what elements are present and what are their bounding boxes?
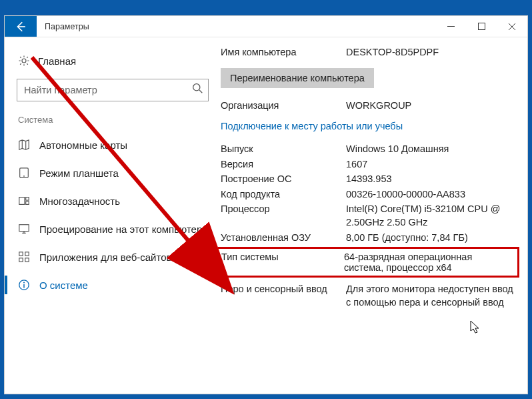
sidebar-item-label: Многозадачность [39,195,120,207]
sidebar: Главная Система Автономные карты Режим п… [5,37,218,394]
pen-touch-value: Для этого монитора недоступен ввод с пом… [346,283,514,309]
apps-icon [18,251,30,263]
organization-value: WORKGROUP [346,99,514,113]
connect-work-link[interactable]: Подключение к месту работы или учебы [221,114,514,141]
edition-value: Windows 10 Домашняя [346,143,514,156]
sidebar-item-label: Режим планшета [39,167,119,179]
organization-label: Организация [221,99,346,113]
window-controls [435,16,527,37]
multitask-icon [18,195,30,207]
organization-row: Организация WORKGROUP [221,99,514,113]
svg-rect-4 [19,197,25,205]
svg-rect-10 [19,258,23,262]
computer-name-label: Имя компьютера [221,46,346,59]
svg-rect-5 [26,197,29,201]
svg-rect-7 [19,225,29,232]
window-title: Параметры [37,16,97,37]
sidebar-home-label: Главная [38,55,76,67]
svg-rect-9 [25,252,29,256]
system-type-label: Тип системы [221,252,344,273]
svg-rect-0 [478,23,485,30]
sidebar-item-label: Проецирование на этот компьютер [39,224,202,235]
build-row: Построение ОС 14393.953 [221,173,514,186]
svg-point-13 [23,282,25,283]
tablet-icon [18,167,30,179]
ram-label: Установленная ОЗУ [221,232,346,245]
svg-rect-6 [26,202,29,205]
close-button[interactable] [497,16,527,37]
back-button[interactable] [5,16,37,37]
svg-rect-11 [25,258,29,262]
map-icon [18,139,30,151]
sidebar-item-label: Приложения для веб-сайтов [39,252,172,263]
search-input[interactable] [17,79,209,101]
window-body: Главная Система Автономные карты Режим п… [5,37,527,394]
sidebar-item-offline-maps[interactable]: Автономные карты [14,131,215,158]
sidebar-item-tablet-mode[interactable]: Режим планшета [14,159,215,186]
product-id-row: Код продукта 00326-10000-00000-AA833 [221,188,514,202]
version-value: 1607 [346,158,514,171]
processor-row: Процессор Intel(R) Core(TM) i5-3210M CPU… [221,203,514,229]
settings-window: Параметры Главная Система Автономные к [4,15,528,394]
pen-touch-row: Перо и сенсорный ввод Для этого монитора… [221,283,514,309]
sidebar-item-label: О системе [39,280,88,291]
sidebar-item-about[interactable]: О системе [14,272,215,298]
computer-name-value: DESKTOP-8D5PDPF [346,46,514,59]
version-row: Версия 1607 [221,158,514,171]
product-id-label: Код продукта [221,188,346,202]
titlebar: Параметры [5,16,527,37]
sidebar-item-projecting[interactable]: Проецирование на этот компьютер [14,216,215,242]
svg-point-3 [23,175,25,177]
pen-touch-label: Перо и сенсорный ввод [221,283,346,309]
system-type-value: 64-разрядная операционная система, проце… [344,252,513,273]
sidebar-section-label: Система [14,112,215,130]
processor-label: Процессор [221,203,346,229]
maximize-icon [478,23,485,30]
version-label: Версия [221,158,346,171]
build-value: 14393.953 [346,173,514,186]
search-icon[interactable] [192,83,203,97]
edition-row: Выпуск Windows 10 Домашняя [221,143,514,156]
info-icon [18,279,30,291]
gear-icon [18,55,30,67]
svg-point-1 [193,84,200,91]
minimize-button[interactable] [435,16,466,37]
minimize-icon [447,23,455,30]
sidebar-home[interactable]: Главная [14,48,215,73]
sidebar-item-apps-for-websites[interactable]: Приложения для веб-сайтов [14,244,215,270]
svg-rect-8 [19,252,23,256]
product-id-value: 00326-10000-00000-AA833 [346,188,514,202]
mouse-cursor-icon [470,320,482,335]
content-pane: Имя компьютера DESKTOP-8D5PDPF Переимено… [218,37,527,394]
sidebar-item-multitasking[interactable]: Многозадачность [14,187,215,214]
ram-value: 8,00 ГБ (доступно: 7,84 ГБ) [346,232,514,245]
project-icon [18,223,30,235]
system-type-row-highlighted: Тип системы 64-разрядная операционная си… [218,247,519,278]
arrow-left-icon [15,21,27,33]
build-label: Построение ОС [221,173,346,186]
rename-computer-button[interactable]: Переименование компьютера [221,68,374,88]
maximize-button[interactable] [466,16,497,37]
computer-name-row: Имя компьютера DESKTOP-8D5PDPF [221,46,514,59]
edition-label: Выпуск [221,143,346,156]
processor-value: Intel(R) Core(TM) i5-3210M CPU @ 2.50GHz… [346,203,514,229]
close-icon [508,23,516,31]
search-container [17,79,209,101]
sidebar-item-label: Автономные карты [39,139,127,151]
ram-row: Установленная ОЗУ 8,00 ГБ (доступно: 7,8… [221,232,514,245]
